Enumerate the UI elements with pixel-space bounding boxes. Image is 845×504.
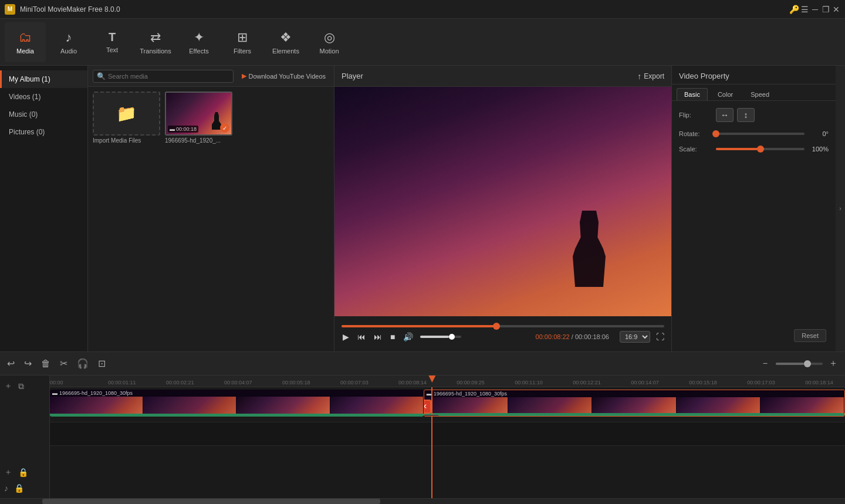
toolbar-media[interactable]: 🗂 Media: [5, 22, 46, 62]
import-media-item[interactable]: 📁 Import Media Files: [93, 92, 160, 144]
video-check-icon: ✓: [220, 123, 229, 133]
preview-controls: ▶ ⏮ ⏭ ■ 🔊 00:00:08:22 / 00:00:18:06 16:9…: [334, 316, 671, 351]
video-label: 1966695-hd_1920_...: [165, 137, 232, 144]
sidebar-item-music[interactable]: Music (0): [0, 106, 87, 123]
video-thumb[interactable]: ▬ 00:00:18 ✓: [165, 92, 232, 136]
toolbar-text[interactable]: T Text: [92, 22, 133, 62]
sidebar-item-pictures[interactable]: Pictures (0): [0, 123, 87, 141]
tab-color[interactable]: Color: [710, 88, 741, 100]
export-button[interactable]: ↑ Export: [637, 72, 664, 81]
timeline-scroll-thumb[interactable]: [42, 499, 380, 504]
video-clip-2[interactable]: ▬ 1966695-hd_1920_1080_30fps: [424, 390, 845, 417]
media-grid: 📁 Import Media Files ▬ 00:00:18: [88, 87, 334, 351]
flip-vertical-button[interactable]: ↕: [737, 108, 755, 122]
clip1-header: ▬ 1966695-hd_1920_1080_30fps: [50, 390, 424, 397]
rotate-slider[interactable]: [716, 133, 805, 135]
aspect-ratio-select[interactable]: 16:9 4:3 1:1 9:16: [620, 331, 650, 343]
search-input-wrap[interactable]: 🔍: [93, 70, 234, 83]
lock-audio-button[interactable]: 🔒: [12, 482, 26, 495]
close-button[interactable]: ✕: [832, 5, 840, 13]
zoom-slider[interactable]: [776, 363, 823, 365]
toolbar-transitions[interactable]: ⇄ Transitions: [135, 22, 176, 62]
media-icon: 🗂: [19, 30, 32, 45]
video-media-item[interactable]: ▬ 00:00:18 ✓ 1966695-hd_1920_...: [165, 92, 232, 144]
scale-slider[interactable]: [716, 148, 805, 150]
cut-button[interactable]: ✂: [58, 356, 70, 371]
total-time-value: 00:00:18:06: [575, 333, 609, 340]
tab-basic[interactable]: Basic: [677, 88, 708, 100]
ruler-mark: 00:00:17:03: [747, 380, 775, 385]
left-panel-inner: My Album (1) Videos (1) Music (0) Pictur…: [0, 66, 334, 351]
undo-button[interactable]: ↩: [5, 356, 17, 371]
prev-button[interactable]: ⏮: [356, 331, 367, 343]
fullscreen-button[interactable]: ⛶: [656, 332, 664, 341]
search-input[interactable]: [108, 73, 229, 80]
timeline-playhead[interactable]: [431, 387, 432, 498]
volume-slider[interactable]: [420, 336, 461, 338]
text-icon: T: [109, 31, 116, 44]
add-audio-button[interactable]: ♪: [2, 482, 10, 495]
flip-row: Flip: ↔ ↕: [679, 108, 829, 122]
zoom-in-button[interactable]: ＋: [826, 355, 840, 372]
add-video-button[interactable]: ＋: [2, 465, 14, 479]
next-button[interactable]: ⏭: [373, 331, 383, 343]
ruler-mark: 00:00:05:18: [282, 380, 310, 385]
youtube-download-button[interactable]: ▶ Download YouTube Videos: [238, 70, 330, 82]
clip2-frames: [424, 397, 844, 413]
copy-track-button[interactable]: ⧉: [16, 379, 26, 393]
flip-label: Flip:: [679, 111, 711, 119]
clip1-film-icon: ▬: [52, 390, 58, 396]
sidebar: My Album (1) Videos (1) Music (0) Pictur…: [0, 66, 88, 351]
lock-video-button[interactable]: 🔒: [16, 465, 30, 479]
minimize-button[interactable]: ─: [811, 5, 819, 13]
add-track-button[interactable]: ＋: [2, 379, 14, 393]
toolbar-elements[interactable]: ❖ Elements: [265, 22, 306, 62]
property-content: Flip: ↔ ↕ Rotate: 0° Scale: [672, 101, 836, 218]
toolbar-effects[interactable]: ✦ Effects: [178, 22, 219, 62]
window-controls: 🔑 ☰ ─ ❐ ✕: [790, 5, 840, 13]
reset-button[interactable]: Reset: [794, 329, 826, 342]
toolbar-filters-label: Filters: [234, 48, 251, 55]
stop-button[interactable]: ■: [389, 331, 396, 343]
scale-fill: [716, 148, 760, 150]
rotate-thumb[interactable]: [712, 130, 719, 137]
split-indicator[interactable]: ✕: [424, 400, 431, 414]
tab-speed[interactable]: Speed: [743, 88, 777, 100]
media-toolbar: 🔍 ▶ Download YouTube Videos: [88, 66, 334, 87]
import-thumb[interactable]: 📁: [93, 92, 160, 136]
video-clip-1[interactable]: ▬ 1966695-hd_1920_1080_30fps: [50, 390, 424, 417]
zoom-out-button[interactable]: －: [758, 355, 772, 372]
player-header: Player ↑ Export: [334, 66, 671, 87]
scale-thumb[interactable]: [757, 146, 764, 153]
menu-icon[interactable]: ☰: [800, 5, 809, 13]
toolbar-filters[interactable]: ⊞ Filters: [222, 22, 263, 62]
progress-bar[interactable]: [342, 325, 664, 327]
delete-button[interactable]: 🗑: [39, 356, 53, 371]
volume-thumb[interactable]: [449, 334, 455, 340]
crop-button[interactable]: ⊡: [96, 356, 108, 371]
import-label: Import Media Files: [93, 137, 160, 144]
timeline-scrollbar[interactable]: [0, 498, 845, 504]
player-title: Player: [342, 72, 363, 80]
play-button[interactable]: ▶: [342, 331, 350, 343]
zoom-thumb[interactable]: [804, 360, 811, 367]
progress-thumb[interactable]: [493, 323, 500, 330]
redo-button[interactable]: ↪: [22, 356, 34, 371]
key-icon[interactable]: 🔑: [790, 5, 798, 13]
timeline-main[interactable]: 00:0000:00:01:1100:00:02:2100:00:04:0700…: [50, 376, 845, 498]
sidebar-item-album[interactable]: My Album (1): [0, 70, 87, 88]
effects-icon: ✦: [194, 30, 204, 45]
restore-button[interactable]: ❐: [822, 5, 830, 13]
scale-value: 100%: [808, 146, 829, 153]
flip-horizontal-button[interactable]: ↔: [716, 108, 734, 122]
volume-icon[interactable]: 🔊: [402, 331, 414, 343]
audio-detach-button[interactable]: 🎧: [75, 356, 91, 371]
toolbar-audio[interactable]: ♪ Audio: [48, 22, 89, 62]
sidebar-item-videos[interactable]: Videos (1): [0, 88, 87, 106]
scale-control: 100%: [716, 146, 829, 153]
toolbar-motion[interactable]: ◎ Motion: [309, 22, 350, 62]
panel-collapse-toggle[interactable]: ›: [836, 66, 845, 351]
motion-icon: ◎: [324, 30, 335, 45]
ruler-mark: 00:00:08:14: [398, 380, 427, 385]
timeline-section: ↩ ↪ 🗑 ✂ 🎧 ⊡ － ＋ ＋ ⧉ ＋ 🔒: [0, 351, 845, 504]
